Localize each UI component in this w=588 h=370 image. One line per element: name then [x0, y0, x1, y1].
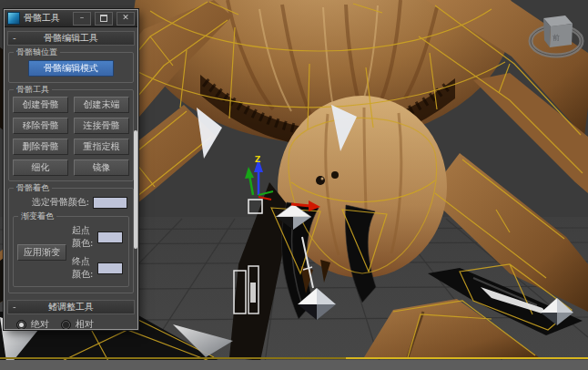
dialog-title: 骨骼工具	[24, 12, 69, 25]
start-color-swatch[interactable]	[97, 231, 123, 243]
bone-tools-dialog[interactable]: 骨骼工具 – ✕ - 骨骼编辑工具 骨骼轴位置 骨骼编辑模式 骨骼工具 创建骨骼…	[4, 9, 138, 330]
rollout-fin-adjust-title: 鳍调整工具	[48, 302, 94, 312]
group-bone-pivot: 骨骼轴位置 骨骼编辑模式	[8, 52, 134, 83]
end-color-label: 终点颜色:	[72, 255, 94, 281]
close-button[interactable]: ✕	[117, 12, 135, 26]
dialog-titlebar[interactable]: 骨骼工具 – ✕	[5, 10, 137, 27]
refine-button[interactable]: 细化	[13, 159, 68, 176]
rollout-fin-adjust[interactable]: - 鳍调整工具	[7, 300, 135, 314]
create-end-button[interactable]: 创建末端	[74, 97, 129, 113]
reassign-root-button[interactable]: 重指定根	[74, 139, 129, 155]
group-gradient-coloring: 渐变着色 应用渐变 起点颜色: 终点颜色:	[13, 216, 129, 287]
minimize-button[interactable]: –	[73, 12, 91, 26]
create-bones-button[interactable]: 创建骨骼	[13, 97, 68, 113]
rollout-bone-editing-title: 骨骼编辑工具	[44, 33, 98, 43]
dialog-body: - 骨骼编辑工具 骨骼轴位置 骨骼编辑模式 骨骼工具 创建骨骼 创建末端 移除骨…	[5, 27, 137, 330]
relative-label: 相对	[76, 318, 94, 330]
absolute-label: 绝对	[31, 318, 49, 330]
relative-radio[interactable]	[61, 320, 71, 330]
gizmo-axis-label: Z	[255, 155, 261, 164]
remove-bone-button[interactable]: 移除骨骼	[13, 118, 68, 134]
collapse-icon[interactable]: -	[13, 32, 16, 45]
dialog-scrollbar[interactable]	[134, 130, 137, 249]
group-gradient-coloring-label: 渐变着色	[18, 211, 56, 221]
mirror-button[interactable]: 镜像	[74, 159, 129, 176]
selected-bone-color-label: 选定骨骼颜色:	[32, 196, 89, 209]
delete-bone-button[interactable]: 删除骨骼	[13, 139, 68, 155]
absolute-radio[interactable]	[16, 320, 26, 330]
connect-bones-button[interactable]: 连接骨骼	[74, 118, 129, 134]
collapse-icon[interactable]: -	[13, 301, 16, 313]
group-bone-tools: 骨骼工具 创建骨骼 创建末端 移除骨骼 连接骨骼 删除骨骼 重指定根 细化 镜像	[8, 89, 134, 181]
screenshot-root: { "colors": { "accent_blue": "#3f73b9", …	[0, 0, 588, 370]
apply-gradient-button[interactable]: 应用渐变	[17, 244, 66, 261]
start-color-label: 起点颜色:	[72, 224, 94, 250]
group-bone-pivot-label: 骨骼轴位置	[14, 47, 60, 57]
viewcube-face-label: 前	[553, 34, 560, 42]
selected-bone-color-swatch[interactable]	[93, 197, 127, 209]
bone-edit-mode-button[interactable]: 骨骼编辑模式	[28, 60, 114, 77]
end-color-swatch[interactable]	[97, 262, 123, 274]
maximize-button[interactable]	[95, 12, 113, 26]
maximize-icon	[100, 15, 107, 22]
group-bone-coloring: 骨骼着色 选定骨骼颜色: 渐变着色 应用渐变 起点颜色: 终点颜色:	[8, 188, 134, 293]
rollout-bone-editing[interactable]: - 骨骼编辑工具	[7, 31, 135, 46]
group-bone-coloring-label: 骨骼着色	[14, 183, 52, 192]
group-bone-tools-label: 骨骼工具	[14, 85, 52, 94]
app-icon	[7, 12, 20, 25]
